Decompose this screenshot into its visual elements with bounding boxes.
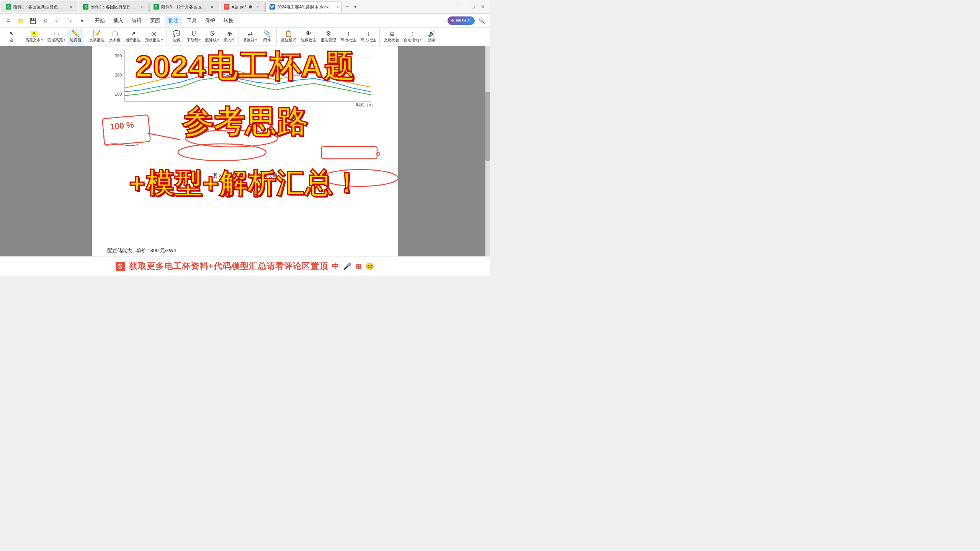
highlight-text-icon: A [31, 31, 38, 37]
toolbar-hide-annotation-button[interactable]: 👁 隐藏批注 [299, 29, 318, 45]
tab-close-4[interactable]: × [255, 4, 260, 10]
text-note-icon: 📝 [93, 31, 101, 37]
tab-dropdown[interactable]: ▾ [354, 4, 356, 10]
bottom-icon-table: ⊞ [356, 262, 362, 271]
scrollbar[interactable] [485, 46, 490, 276]
doc-line-1: 配置储能大...单价 1800 元/kWh， [107, 246, 383, 255]
main-area: 300 200 100 时间（h） [0, 46, 490, 276]
tab-close-3[interactable]: × [209, 4, 215, 10]
highlight-text-label: 高亮文本 [25, 37, 41, 43]
menu-insert[interactable]: 插入 [109, 16, 127, 26]
toolbar-shape-note-button[interactable]: ◎ 形状批注 ▾ [143, 29, 165, 45]
toolbar-underline-button[interactable]: U 下划线 ▾ [185, 29, 203, 45]
toolbar-selector-button[interactable]: ↖ 选 [4, 29, 19, 45]
tab-label-2: 附件2：各园区典型日风光发电... [91, 4, 137, 10]
tab-add-button[interactable]: + [343, 2, 352, 11]
undo-icon[interactable]: ↩ [52, 15, 63, 26]
replace-symbol-label: 替换符 [243, 37, 255, 43]
menu-tools[interactable]: 工具 [183, 16, 201, 26]
hide-annotation-label: 隐藏批注 [301, 37, 316, 43]
toolbar-attachment-button[interactable]: 📎 附件 [260, 29, 275, 45]
dropdown-icon[interactable]: ▾ [77, 15, 87, 26]
tab-close-5[interactable]: × [335, 4, 340, 10]
redo-icon[interactable]: ↪ [64, 15, 75, 26]
toolbar-read-aloud-button[interactable]: 🔊 朗读 [424, 29, 439, 45]
minimize-button[interactable]: ― [459, 4, 468, 10]
menu-edit[interactable]: 编辑 [128, 16, 145, 26]
freehand-label: 随意画 [70, 37, 81, 43]
wps-ai-label: WPS AI [456, 18, 472, 23]
close-button[interactable]: ✕ [479, 4, 487, 10]
bottom-icon-emoji: 😊 [366, 262, 374, 271]
read-aloud-label: 朗读 [428, 37, 436, 43]
menu-protect[interactable]: 保护 [201, 16, 219, 26]
search-button[interactable]: 🔍 [476, 15, 487, 26]
underline-label: 下划线 [187, 37, 198, 43]
folder-icon[interactable]: 📁 [15, 15, 26, 26]
tab-close-1[interactable]: × [69, 4, 74, 10]
toolbar-annotation-mode-button[interactable]: 📋 批注模式 [279, 29, 298, 45]
save-icon[interactable]: 💾 [28, 15, 38, 26]
toolbar-annotation-management-button[interactable]: ⚙ 批注管理 [319, 29, 338, 45]
toolbar: ↖ 选 A 高亮文本 ▾ ▭ 区域高亮 ▾ ✏️ 随意画 📝 文字批注 [0, 28, 490, 46]
toolbar-text-note-button[interactable]: 📝 文字批注 [87, 29, 106, 45]
tab-icon-2: S [83, 4, 88, 10]
print-icon[interactable]: 🖨 [40, 15, 51, 26]
note-icon: 💬 [173, 31, 180, 37]
menu-bar: ≡ 📁 💾 🖨 ↩ ↪ ▾ 开始 插入 编辑 页面 批注 工具 保护 转换 ✦ … [0, 14, 490, 28]
scrollbar-thumb[interactable] [485, 92, 490, 161]
annotation-mode-icon: 📋 [285, 31, 292, 37]
strikethrough-icon: S [210, 31, 214, 37]
menu-convert[interactable]: 转换 [220, 16, 237, 26]
toolbar-note-button[interactable]: 💬 注解 [169, 29, 184, 45]
file-icon[interactable]: ≡ [3, 15, 14, 26]
window-controls: ― □ ✕ [459, 4, 490, 10]
toolbar-group-highlight: A 高亮文本 ▾ ▭ 区域高亮 ▾ ✏️ 随意画 [22, 29, 85, 45]
toolbar-insert-symbol-button[interactable]: ⊕ 插入符 [222, 29, 237, 45]
toolbar-highlight-text-button[interactable]: A 高亮文本 ▾ [23, 29, 45, 45]
pointer-note-label: 指示批注 [125, 37, 140, 43]
area-highlight-arrow: ▾ [64, 38, 65, 42]
pointer-note-icon: ↗ [131, 31, 136, 37]
tab-close-2[interactable]: × [139, 4, 144, 10]
toolbar-pointer-note-button[interactable]: ↗ 指示批注 [123, 29, 142, 45]
cursor-icon: ↖ [9, 31, 14, 37]
toolbar-auto-scroll-button[interactable]: ↕ 自动滚动 ▾ [402, 29, 423, 45]
tab-docx[interactable]: W 2024电工赛A思路脚本.docx × [265, 2, 342, 12]
toolbar-area-highlight-button[interactable]: ▭ 区域高亮 ▾ [46, 29, 67, 45]
annotation-mgmt-label: 批注管理 [321, 37, 336, 43]
read-aloud-icon: 🔊 [428, 31, 436, 37]
tab-spreadsheet-3[interactable]: S 附件3：12个月各园区典型日风光... × [149, 2, 219, 12]
quick-access-toolbar: ≡ 📁 💾 🖨 ↩ ↪ ▾ [3, 15, 87, 26]
shape-note-label: 形状批注 [145, 37, 160, 43]
toolbar-group-text: 📝 文字批注 ▢ 文本框 ↗ 指示批注 ◎ 形状批注 ▾ [86, 29, 167, 45]
hide-annotation-icon: 👁 [305, 31, 312, 37]
doc-compare-label: 文档比较 [384, 37, 399, 43]
toolbar-strikethrough-button[interactable]: S 删除线 ▾ [203, 29, 221, 45]
overlay-title-1: 2024电工杯A题 [92, 50, 398, 83]
tab-icon-1: S [6, 4, 11, 10]
toolbar-export-annotation-button[interactable]: ↑ 导出批注 [339, 29, 358, 45]
attachment-label: 附件 [263, 37, 271, 43]
menu-page[interactable]: 页面 [146, 16, 164, 26]
tab-dot-4 [249, 5, 252, 8]
menu-start[interactable]: 开始 [91, 16, 109, 26]
insert-symbol-label: 插入符 [224, 37, 235, 43]
tab-pdf[interactable]: P A题.pdf × [220, 2, 265, 12]
toolbar-replace-symbol-button[interactable]: ⇄ 替换符 ▾ [241, 29, 259, 45]
maximize-button[interactable]: □ [470, 4, 477, 10]
annotation-mgmt-icon: ⚙ [326, 31, 331, 37]
tab-spreadsheet-1[interactable]: S 附件1：各园区典型日负荷数据.xls... × [2, 2, 78, 12]
tab-spreadsheet-2[interactable]: S 附件2：各园区典型日风光发电... × [79, 2, 149, 12]
toolbar-import-annotation-button[interactable]: ↓ 导入批注 [359, 29, 378, 45]
wps-ai-button[interactable]: ✦ WPS AI [448, 16, 475, 25]
toolbar-doc-compare-button[interactable]: ⧉ 文档比较 [382, 29, 401, 45]
note-label: 注解 [173, 37, 180, 43]
tab-icon-4: P [224, 4, 229, 10]
menu-annotation[interactable]: 批注 [165, 16, 182, 26]
bottom-banner-main-text: 获取更多电工杯资料+代码模型汇总请看评论区置顶 [129, 261, 328, 272]
import-annotation-label: 导入批注 [361, 37, 376, 43]
text-note-label: 文字批注 [89, 37, 105, 43]
toolbar-freehand-button[interactable]: ✏️ 随意画 [68, 29, 83, 45]
toolbar-textbox-button[interactable]: ▢ 文本框 [107, 29, 122, 45]
